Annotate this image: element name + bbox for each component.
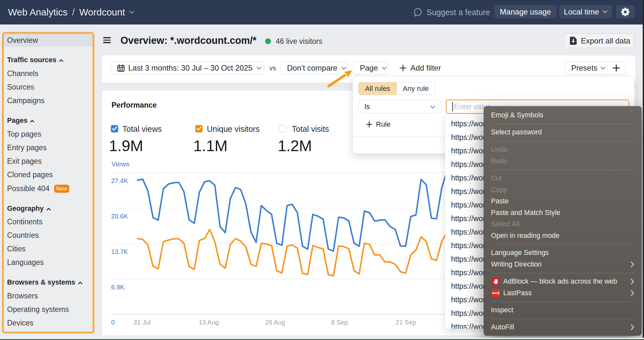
svg-text:6.9K: 6.9K [111, 284, 125, 291]
svg-text:0: 0 [111, 319, 115, 326]
svg-text:21 Sep: 21 Sep [396, 319, 416, 326]
svg-text:Views: Views [111, 160, 130, 168]
svg-text:13.7K: 13.7K [111, 248, 128, 255]
svg-text:8 Sep: 8 Sep [331, 319, 348, 326]
svg-text:13 Aug: 13 Aug [199, 319, 219, 326]
svg-text:31 Jul: 31 Jul [133, 319, 150, 326]
svg-text:27.4K: 27.4K [111, 177, 128, 184]
svg-text:26 Aug: 26 Aug [265, 319, 285, 326]
svg-text:20.6K: 20.6K [111, 213, 128, 220]
